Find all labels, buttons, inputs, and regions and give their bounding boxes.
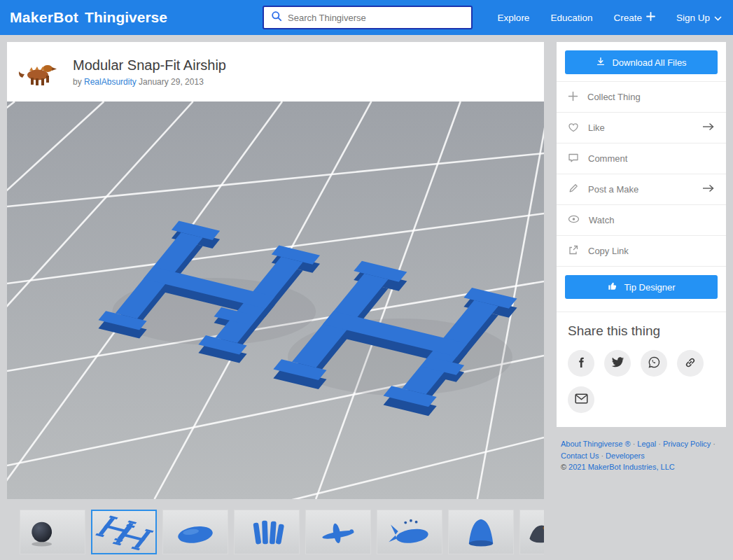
nav-education[interactable]: Education — [550, 13, 592, 23]
nav-explore[interactable]: Explore — [498, 13, 530, 23]
copyright-symbol: © — [561, 463, 566, 471]
share-facebook-button[interactable] — [568, 350, 594, 377]
separator: · — [713, 440, 715, 448]
byline: by RealAbsurdity January 29, 2013 — [73, 77, 226, 87]
top-navbar: MakerBot Thingiverse Explore Education C… — [0, 0, 733, 35]
share-whatsapp-button[interactable] — [641, 350, 667, 377]
chevron-down-icon — [714, 13, 722, 23]
footer-links-line1: About Thingiverse ®·Legal·Privacy Policy… — [561, 438, 722, 450]
footer-links-line2: Contact Us·Developers — [561, 450, 722, 462]
thing-avatar[interactable] — [17, 54, 60, 90]
collect-thing-label: Collect Thing — [587, 92, 641, 102]
comment-icon — [568, 153, 579, 165]
email-icon — [575, 393, 588, 406]
thingiverse-logo-text: Thingiverse — [85, 9, 167, 26]
publish-date: January 29, 2013 — [139, 77, 204, 87]
like-label: Like — [588, 122, 605, 133]
pencil-icon — [568, 183, 579, 196]
download-icon — [596, 57, 606, 69]
nav-create[interactable]: Create — [613, 12, 655, 23]
search-icon — [271, 10, 282, 24]
footer-link-privacy[interactable]: Privacy Policy — [663, 440, 711, 448]
thumbnail-5[interactable] — [305, 510, 371, 554]
watch-button[interactable]: Watch — [557, 204, 726, 235]
logo[interactable]: MakerBot Thingiverse — [10, 9, 167, 26]
share-section: Share this thing — [557, 312, 726, 413]
thumbnail-7[interactable] — [448, 510, 514, 554]
arrow-right-icon — [702, 184, 715, 195]
plus-icon — [568, 91, 578, 104]
thumbnail-4[interactable] — [234, 510, 300, 554]
heart-icon — [568, 122, 579, 134]
nav-create-label: Create — [613, 13, 642, 23]
thumbnail-8[interactable] — [519, 510, 544, 554]
download-button-label: Download All Files — [612, 57, 686, 68]
copy-link-button[interactable]: Copy Link — [557, 235, 726, 266]
comment-label: Comment — [588, 153, 627, 164]
thing-titleblock: Modular Snap-Fit Airship by RealAbsurdit… — [73, 57, 226, 87]
share-heading: Share this thing — [568, 323, 715, 339]
eye-icon — [568, 215, 580, 225]
makerbot-logo-text: MakerBot — [10, 9, 78, 26]
thumbs-up-icon — [607, 281, 617, 293]
separator: · — [658, 440, 661, 448]
footer: About Thingiverse ®·Legal·Privacy Policy… — [557, 438, 726, 473]
nav-explore-label: Explore — [498, 13, 530, 23]
search-input[interactable] — [288, 13, 464, 23]
thumbnail-1[interactable] — [20, 510, 85, 554]
thumbnail-3[interactable] — [162, 510, 228, 554]
watch-label: Watch — [589, 215, 614, 225]
collect-thing-button[interactable]: Collect Thing — [557, 81, 726, 112]
share-link-button[interactable] — [677, 350, 704, 377]
copy-link-label: Copy Link — [588, 246, 629, 256]
footer-copyright: ©2021 MakerBot Industries, LLC — [561, 461, 722, 473]
separator: · — [601, 451, 603, 460]
footer-link-contact[interactable]: Contact Us — [561, 451, 599, 460]
separator: · — [633, 440, 636, 448]
action-sidebar: Download All Files Collect Thing Like Co… — [557, 42, 726, 556]
post-a-make-label: Post a Make — [588, 184, 638, 195]
share-icon — [568, 244, 579, 258]
copyright-link[interactable]: 2021 MakerBot Industries, LLC — [568, 463, 675, 471]
twitter-icon — [611, 357, 624, 370]
arrow-right-icon — [702, 122, 715, 133]
nav-signup[interactable]: Sign Up — [676, 13, 722, 23]
footer-link-developers[interactable]: Developers — [606, 451, 645, 460]
navbar-links: Explore Education Create Sign Up — [498, 12, 722, 23]
nav-education-label: Education — [550, 13, 592, 23]
footer-link-about[interactable]: About Thingiverse ® — [561, 440, 631, 448]
thumbnail-6[interactable] — [377, 510, 442, 554]
nav-signup-label: Sign Up — [676, 13, 710, 23]
byline-prefix: by — [73, 77, 82, 87]
download-all-files-button[interactable]: Download All Files — [565, 50, 718, 74]
tip-designer-label: Tip Designer — [624, 282, 675, 293]
post-a-make-button[interactable]: Post a Make — [557, 174, 726, 204]
like-button[interactable]: Like — [557, 112, 726, 143]
share-email-button[interactable] — [568, 386, 594, 413]
tip-designer-button[interactable]: Tip Designer — [565, 275, 718, 299]
whatsapp-icon — [648, 356, 661, 371]
footer-link-legal[interactable]: Legal — [637, 440, 656, 448]
thumbnail-strip — [7, 510, 544, 556]
viewer-3d-canvas[interactable] — [7, 102, 544, 499]
page-title: Modular Snap-Fit Airship — [73, 57, 226, 74]
comment-button[interactable]: Comment — [557, 143, 726, 174]
thumbnail-2[interactable] — [91, 510, 157, 554]
plus-icon — [646, 12, 655, 23]
share-twitter-button[interactable] — [604, 350, 631, 377]
link-icon — [684, 356, 697, 371]
facebook-icon — [575, 356, 587, 371]
author-link[interactable]: RealAbsurdity — [84, 77, 137, 87]
search-box[interactable] — [263, 6, 473, 29]
thing-header: Modular Snap-Fit Airship by RealAbsurdit… — [7, 42, 544, 102]
